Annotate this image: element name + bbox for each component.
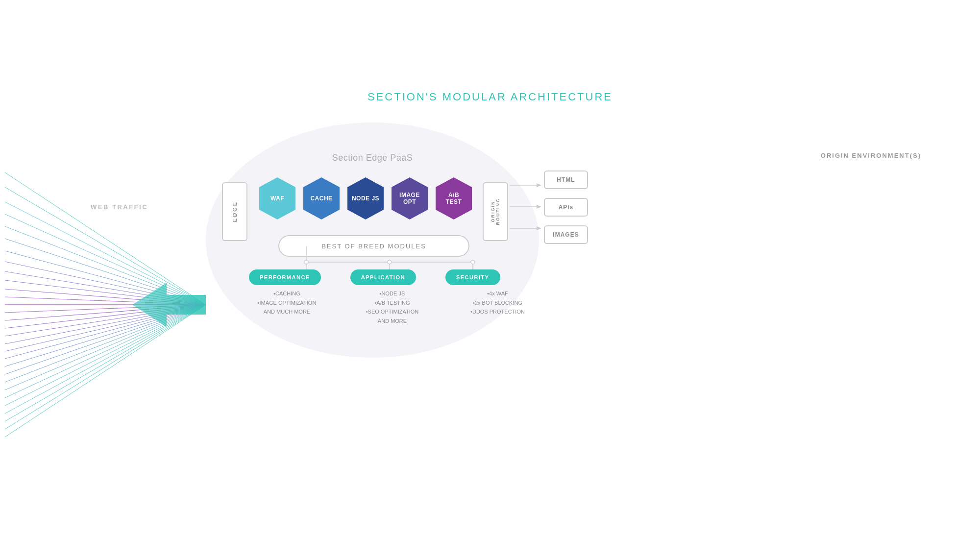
- hex-label-nodejs: NODE JS: [352, 195, 379, 202]
- hex-label-imageopt: IMAGEOPT: [399, 192, 420, 206]
- ellipse-label: Section Edge PaaS: [332, 153, 413, 163]
- origin-routing-label: ORIGINROUTING: [490, 198, 500, 225]
- hex-waf: WAF: [257, 176, 297, 220]
- origin-boxes: HTML APIs IMAGES: [544, 170, 588, 244]
- svg-line-23: [5, 305, 206, 390]
- svg-line-0: [5, 172, 206, 305]
- hexagon-imageopt: IMAGEOPT: [390, 176, 430, 220]
- svg-line-21: [5, 305, 206, 374]
- svg-line-24: [5, 305, 206, 398]
- sec-item-2: •2x BOT BLOCKING: [460, 298, 536, 308]
- origin-box-html-label: HTML: [557, 176, 575, 183]
- sec-item-3: •DDOS PROTECTION: [460, 307, 536, 317]
- app-item-1: •NODE JS: [354, 289, 430, 298]
- origin-box-apis-label: APIs: [559, 204, 574, 211]
- hex-label-cache: CACHE: [310, 195, 332, 202]
- hexagon-waf: WAF: [257, 176, 297, 220]
- performance-items: •CACHING •IMAGE OPTIMIZATIONAND MUCH MOR…: [249, 289, 325, 326]
- origin-env-label: ORIGIN ENVIRONMENT(S): [821, 152, 921, 159]
- category-performance: PERFORMANCE: [249, 269, 321, 285]
- svg-line-27: [5, 305, 206, 421]
- perf-item-2: •IMAGE OPTIMIZATIONAND MUCH MORE: [249, 298, 325, 317]
- arrows-svg: [510, 171, 546, 250]
- svg-line-28: [5, 305, 206, 429]
- fan-svg: [0, 133, 225, 476]
- hex-abtest: A/BTEST: [434, 176, 474, 220]
- category-security: SECURITY: [445, 269, 500, 285]
- hexagon-nodejs: NODE JS: [345, 176, 386, 220]
- fan-graphic: [0, 133, 225, 427]
- category-items: •CACHING •IMAGE OPTIMIZATIONAND MUCH MOR…: [249, 289, 536, 326]
- svg-marker-37: [537, 183, 541, 187]
- perf-item-1: •CACHING: [249, 289, 325, 298]
- svg-line-26: [5, 305, 206, 414]
- svg-marker-41: [537, 226, 541, 230]
- hex-cache: CACHE: [301, 176, 342, 220]
- svg-marker-39: [537, 205, 541, 209]
- hex-label-abtest: A/BTEST: [446, 192, 462, 206]
- hex-nodejs: NODE JS: [345, 176, 386, 220]
- svg-line-4: [5, 226, 206, 305]
- origin-box-images: IMAGES: [544, 225, 588, 244]
- hexagons-row: WAF CACHE NODE JS: [257, 176, 474, 220]
- hex-label-waf: WAF: [270, 195, 284, 202]
- svg-line-2: [5, 202, 206, 305]
- page-container: SECTION'S MODULAR ARCHITECTURE: [0, 0, 980, 560]
- edge-label: EDGE: [232, 201, 238, 222]
- svg-line-5: [5, 239, 206, 305]
- svg-point-48: [304, 260, 308, 264]
- sec-item-1: •4x WAF: [460, 289, 536, 298]
- svg-line-25: [5, 305, 206, 406]
- edge-box: EDGE: [222, 182, 247, 241]
- category-application: APPLICATION: [350, 269, 416, 285]
- svg-point-49: [388, 260, 392, 264]
- categories-row: PERFORMANCE APPLICATION SECURITY: [249, 269, 500, 285]
- hexagon-cache: CACHE: [301, 176, 342, 220]
- security-items: •4x WAF •2x BOT BLOCKING •DDOS PROTECTIO…: [460, 289, 536, 326]
- hex-imageopt: IMAGEOPT: [390, 176, 430, 220]
- application-items: •NODE JS •A/B TESTING •SEO OPTIMIZATIONA…: [354, 289, 430, 326]
- origin-routing-box: ORIGINROUTING: [483, 182, 508, 241]
- origin-box-images-label: IMAGES: [553, 231, 579, 238]
- app-item-2: •A/B TESTING: [354, 298, 430, 308]
- svg-point-50: [471, 260, 475, 264]
- web-traffic-label: WEB TRAFFIC: [91, 203, 148, 211]
- app-item-3: •SEO OPTIMIZATIONAND MORE: [354, 307, 430, 325]
- origin-box-html: HTML: [544, 170, 588, 189]
- origin-box-apis: APIs: [544, 198, 588, 217]
- hexagon-abtest: A/BTEST: [434, 176, 474, 220]
- page-title: SECTION'S MODULAR ARCHITECTURE: [368, 91, 612, 103]
